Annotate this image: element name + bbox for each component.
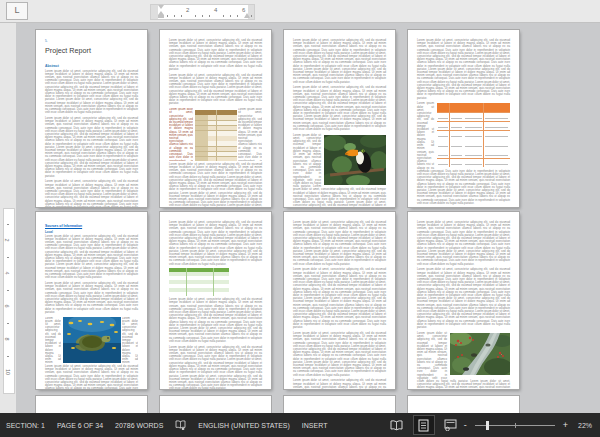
table-cell xyxy=(217,136,226,141)
table-cell xyxy=(226,110,237,115)
document-page-12-top[interactable] xyxy=(408,396,519,413)
table-cell xyxy=(217,115,226,120)
web-layout-icon xyxy=(444,419,457,431)
status-insert-mode[interactable]: INSERT xyxy=(302,422,328,429)
ruler-number: 4 xyxy=(4,271,10,274)
tan-data-table[interactable] xyxy=(195,110,237,161)
body-paragraph: Lorem ipsum dolor sit amet, consectetur … xyxy=(45,282,138,314)
status-page-number[interactable]: PAGE 6 OF 34 xyxy=(57,422,103,429)
table-cell xyxy=(464,159,483,168)
status-word-count[interactable]: 20786 WORDS xyxy=(115,422,163,429)
table-cell xyxy=(226,152,237,157)
status-section[interactable]: SECTION: 1 xyxy=(6,422,45,429)
table-cell xyxy=(200,292,213,295)
table-cell xyxy=(437,140,449,149)
ruler-tick xyxy=(209,15,210,17)
orange-data-table[interactable] xyxy=(437,103,510,167)
table-cell xyxy=(195,136,208,141)
table-cell xyxy=(208,115,216,120)
document-page-3[interactable]: Lorem ipsum dolor sit amet, consectetur … xyxy=(284,30,395,207)
print-layout-button[interactable] xyxy=(414,416,434,434)
ruler-tick xyxy=(174,15,175,17)
table-cell xyxy=(169,280,186,283)
wrap-text-column: Lorem ipsum dolor sit amet, consectetur … xyxy=(169,108,193,161)
document-page-4[interactable]: Lorem ipsum dolor sit amet, consectetur … xyxy=(408,30,519,207)
proofing-check-icon[interactable] xyxy=(175,420,186,431)
read-mode-icon xyxy=(390,420,403,431)
ruler-tick xyxy=(7,257,9,258)
table-cell xyxy=(195,121,208,126)
table-cell xyxy=(437,131,449,140)
indent-marker[interactable] xyxy=(158,5,164,18)
table-cell xyxy=(214,280,229,283)
document-page-8[interactable]: Lorem ipsum dolor sit amet, consectetur … xyxy=(408,212,519,389)
table-cell xyxy=(226,121,237,126)
body-paragraph: Lorem ipsum dolor sit amet, consectetur … xyxy=(417,268,510,329)
zoom-slider[interactable] xyxy=(475,420,555,430)
table-cell xyxy=(226,131,237,136)
table-cell xyxy=(484,131,510,140)
table-cell xyxy=(208,126,216,131)
body-paragraph: Lorem ipsum dolor sit amet, consectetur … xyxy=(293,379,386,389)
table-cell xyxy=(437,103,449,112)
document-page-10-top[interactable] xyxy=(160,396,271,413)
table-cell xyxy=(208,152,216,157)
table-cell xyxy=(187,272,200,275)
zoom-slider-handle[interactable] xyxy=(486,421,489,430)
word-processor-window: L 2 4 6 xyxy=(0,0,600,437)
zoom-percentage[interactable]: 22% xyxy=(578,422,592,429)
body-paragraph: Lorem ipsum dolor sit amet, consectetur … xyxy=(122,317,138,364)
right-indent-marker[interactable] xyxy=(244,13,250,18)
status-bar: SECTION: 1 PAGE 6 OF 34 20786 WORDS ENGL… xyxy=(0,413,600,437)
document-page-2[interactable]: Lorem ipsum dolor sit amet, consectetur … xyxy=(160,30,271,207)
status-language[interactable]: ENGLISH (UNITED STATES) xyxy=(198,422,290,429)
table-cell xyxy=(437,159,449,168)
ruler-number: 8 xyxy=(4,337,10,340)
toucan-image[interactable] xyxy=(324,135,386,185)
table-cell xyxy=(200,272,213,275)
table-cell xyxy=(187,276,200,279)
body-paragraph: Lorem ipsum dolor sit amet, consectetur … xyxy=(169,163,262,207)
zoom-in-button[interactable]: + xyxy=(563,420,568,430)
table-cell xyxy=(226,115,237,120)
sea-turtle-image[interactable] xyxy=(63,317,121,363)
table-cell xyxy=(217,157,226,161)
document-page-6[interactable]: Lorem ipsum dolor sit amet, consectetur … xyxy=(160,212,271,389)
table-cell xyxy=(195,157,208,161)
table-cell xyxy=(169,276,186,279)
document-page-11-top[interactable] xyxy=(284,396,395,413)
table-cell xyxy=(484,122,510,131)
table-cell xyxy=(450,113,464,122)
table-cell xyxy=(217,131,226,136)
body-paragraph: Lorem ipsum dolor sit amet, consectetur … xyxy=(45,317,61,364)
body-paragraph: Lorem ipsum dolor sit amet, consectetur … xyxy=(45,235,138,280)
document-page-5[interactable]: Sources of Information Local Lorem ipsum… xyxy=(36,212,147,389)
vertical-ruler-band[interactable]: 2 4 6 8 10 xyxy=(3,208,15,394)
horizontal-ruler-band[interactable]: 2 4 6 xyxy=(150,4,255,20)
document-page-1[interactable]: 5. Project Report Abstract Lorem ipsum d… xyxy=(36,30,147,207)
green-data-table[interactable] xyxy=(169,268,228,295)
zoom-out-button[interactable]: - xyxy=(464,420,467,430)
body-paragraph: Lorem ipsum dolor sit amet, consectetur … xyxy=(169,74,262,106)
table-cell xyxy=(450,140,464,149)
table-cell xyxy=(195,115,208,120)
ruler-tick xyxy=(251,15,252,17)
section-heading-link[interactable]: Sources of Information xyxy=(45,224,138,228)
table-cell xyxy=(464,103,483,112)
document-page-9-top[interactable] xyxy=(36,396,147,413)
table-cell xyxy=(484,140,510,149)
table-cell xyxy=(169,284,186,287)
read-mode-button[interactable] xyxy=(387,416,407,434)
ruler-tick xyxy=(7,224,9,225)
body-paragraph: Lorem ipsum dolor sit amet, consectetur … xyxy=(293,221,386,266)
table-cell xyxy=(217,152,226,157)
body-paragraph: Lorem ipsum dolor sit amet, consectetur … xyxy=(417,39,510,100)
tab-stop-selector[interactable]: L xyxy=(6,2,28,20)
web-layout-button[interactable] xyxy=(441,416,461,434)
horizontal-ruler[interactable]: L 2 4 6 xyxy=(0,0,600,23)
vertical-ruler[interactable]: 2 4 6 8 10 xyxy=(0,22,16,413)
document-page-7[interactable]: Lorem ipsum dolor sit amet, consectetur … xyxy=(284,212,395,389)
table-cell xyxy=(169,288,186,291)
garden-stream-image[interactable] xyxy=(450,333,510,375)
table-cell xyxy=(217,141,226,146)
